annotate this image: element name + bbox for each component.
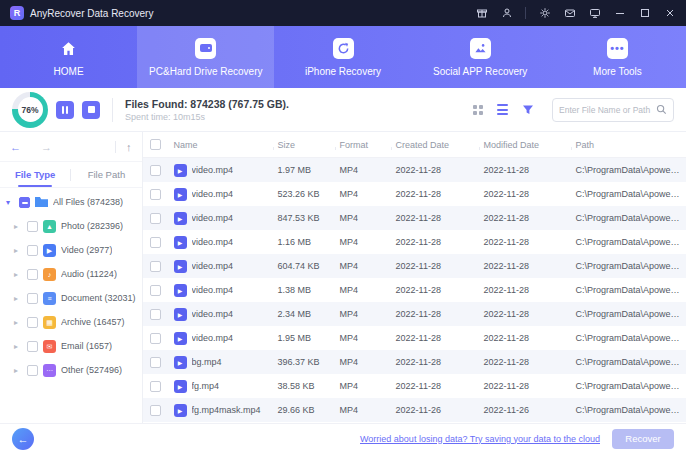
account-icon[interactable] <box>500 7 513 20</box>
column-header-format[interactable]: Format <box>335 140 391 150</box>
collapse-caret-icon[interactable]: ▾ <box>6 198 14 207</box>
settings-icon[interactable] <box>538 7 551 20</box>
close-icon[interactable] <box>663 7 676 20</box>
tab-label: Social APP Recovery <box>433 66 527 77</box>
row-checkbox[interactable] <box>150 381 161 392</box>
file-created-date: 2022-11-28 <box>391 261 479 271</box>
tab-file-type[interactable]: File Type <box>0 162 70 187</box>
gift-icon[interactable] <box>475 7 488 20</box>
back-button[interactable]: ← <box>12 428 34 450</box>
sidebar: ← → ↑ File Type File Path ▾ All Files (8… <box>0 132 143 423</box>
archive-checkbox[interactable] <box>27 317 38 328</box>
tab-label: iPhone Recovery <box>305 66 381 77</box>
table-row[interactable]: ▶video.mp4 1.95 MB MP4 2022-11-28 2022-1… <box>143 326 686 350</box>
minimize-icon[interactable] <box>613 7 626 20</box>
sidebar-item-email[interactable]: ▸ ✉ Email (1657) <box>0 334 142 358</box>
expand-caret-icon[interactable]: ▸ <box>14 366 22 375</box>
sidebar-item-other[interactable]: ▸ ⋯ Other (527496) <box>0 358 142 382</box>
file-path: C:\ProgramData\Apowersoft\WP... <box>571 261 686 271</box>
file-path: C:\ProgramData\Apowersoft\WP... <box>571 213 686 223</box>
table-row[interactable]: ▶video.mp4 1.38 MB MP4 2022-11-28 2022-1… <box>143 278 686 302</box>
row-checkbox[interactable] <box>150 357 161 368</box>
recover-button[interactable]: Recover <box>612 429 674 449</box>
app-title: AnyRecover Data Recovery <box>30 8 153 19</box>
file-modified-date: 2022-11-26 <box>479 405 571 415</box>
stop-scan-button[interactable] <box>82 101 100 119</box>
monitor-icon[interactable] <box>588 7 601 20</box>
row-checkbox[interactable] <box>150 309 161 320</box>
column-header-path[interactable]: Path <box>571 140 686 150</box>
tab-iphone-recovery[interactable]: iPhone Recovery <box>274 26 411 88</box>
table-row[interactable]: ▶bg.mp4 396.37 KB MP4 2022-11-28 2022-11… <box>143 350 686 374</box>
file-path: C:\ProgramData\Apowersoft\WP... <box>571 189 686 199</box>
maximize-icon[interactable] <box>638 7 651 20</box>
file-created-date: 2022-11-28 <box>391 189 479 199</box>
table-row[interactable]: ▶fg.mp4 38.58 KB MP4 2022-11-28 2022-11-… <box>143 374 686 398</box>
row-checkbox[interactable] <box>150 333 161 344</box>
expand-caret-icon[interactable]: ▸ <box>14 342 22 351</box>
sidebar-item-archive[interactable]: ▸ ▦ Archive (16457) <box>0 310 142 334</box>
table-row[interactable]: ▶video.mp4 1.16 MB MP4 2022-11-28 2022-1… <box>143 230 686 254</box>
row-checkbox[interactable] <box>150 237 161 248</box>
row-checkbox[interactable] <box>150 189 161 200</box>
list-view-icon[interactable] <box>497 104 508 115</box>
row-checkbox[interactable] <box>150 165 161 176</box>
sidebar-item-photo[interactable]: ▸ ▲ Photo (282396) <box>0 214 142 238</box>
file-format: MP4 <box>335 333 391 343</box>
other-checkbox[interactable] <box>27 365 38 376</box>
expand-caret-icon[interactable]: ▸ <box>14 222 22 231</box>
table-row[interactable]: ▶video.mp4 604.74 KB MP4 2022-11-28 2022… <box>143 254 686 278</box>
all-files-checkbox[interactable] <box>19 197 30 208</box>
table-row[interactable]: ▶video.mp4 1.97 MB MP4 2022-11-28 2022-1… <box>143 158 686 182</box>
search-input[interactable] <box>559 105 652 115</box>
table-row[interactable]: ▶video.mp4 847.53 KB MP4 2022-11-28 2022… <box>143 206 686 230</box>
spent-time-text: Spent time: 10m15s <box>125 112 289 122</box>
row-checkbox[interactable] <box>150 285 161 296</box>
expand-caret-icon[interactable]: ▸ <box>14 246 22 255</box>
row-checkbox[interactable] <box>150 405 161 416</box>
table-row[interactable]: ▶video.mp4 2.34 MB MP4 2022-11-28 2022-1… <box>143 302 686 326</box>
tab-home[interactable]: HOME <box>0 26 137 88</box>
footer-bar: ← Worried about losing data? Try saving … <box>0 423 686 453</box>
back-arrow-icon[interactable]: ← <box>10 141 21 153</box>
search-icon[interactable] <box>656 101 667 119</box>
tab-social-app-recovery[interactable]: Social APP Recovery <box>412 26 549 88</box>
forward-arrow-icon[interactable]: → <box>41 141 52 153</box>
sidebar-item-audio[interactable]: ▸ ♪ Audio (11224) <box>0 262 142 286</box>
column-header-created-date[interactable]: Created Date <box>391 140 479 150</box>
column-header-modified-date[interactable]: Modified Date <box>479 140 571 150</box>
column-header-name[interactable]: Name <box>169 140 273 150</box>
table-row[interactable]: ▶fg.mp4mask.mp4 29.66 KB MP4 2022-11-26 … <box>143 398 686 422</box>
select-all-checkbox[interactable] <box>150 139 161 150</box>
grid-view-icon[interactable] <box>473 105 483 115</box>
up-arrow-icon[interactable]: ↑ <box>126 141 132 153</box>
file-size: 2.34 MB <box>273 309 335 319</box>
tab-file-path[interactable]: File Path <box>71 162 141 187</box>
pause-scan-button[interactable] <box>56 101 74 119</box>
sidebar-item-document[interactable]: ▸ ≡ Document (32031) <box>0 286 142 310</box>
email-checkbox[interactable] <box>27 341 38 352</box>
row-checkbox[interactable] <box>150 213 161 224</box>
tab-more-tools[interactable]: ••• More Tools <box>549 26 686 88</box>
expand-caret-icon[interactable]: ▸ <box>14 270 22 279</box>
sidebar-item-video[interactable]: ▸ ▶ Video (2977) <box>0 238 142 262</box>
main-nav: HOME PC&Hard Drive Recovery iPhone Recov… <box>0 26 686 88</box>
table-row[interactable]: ▶video.mp4 523.26 KB MP4 2022-11-28 2022… <box>143 182 686 206</box>
sidebar-item-label: Document (32031) <box>61 293 136 303</box>
sidebar-item-all-files[interactable]: ▾ All Files (874238) <box>0 190 142 214</box>
expand-caret-icon[interactable]: ▸ <box>14 318 22 327</box>
expand-caret-icon[interactable]: ▸ <box>14 294 22 303</box>
cloud-save-link[interactable]: Worried about losing data? Try saving yo… <box>360 434 600 444</box>
message-icon[interactable] <box>563 7 576 20</box>
video-checkbox[interactable] <box>27 245 38 256</box>
sidebar-item-label: All Files (874238) <box>53 197 123 207</box>
audio-checkbox[interactable] <box>27 269 38 280</box>
filter-icon[interactable] <box>522 104 534 116</box>
tab-pc-hard-drive-recovery[interactable]: PC&Hard Drive Recovery <box>137 26 274 88</box>
video-file-icon: ▶ <box>174 212 187 225</box>
column-header-size[interactable]: Size <box>273 140 335 150</box>
document-checkbox[interactable] <box>27 293 38 304</box>
row-checkbox[interactable] <box>150 261 161 272</box>
photo-checkbox[interactable] <box>27 221 38 232</box>
file-modified-date: 2022-11-28 <box>479 333 571 343</box>
